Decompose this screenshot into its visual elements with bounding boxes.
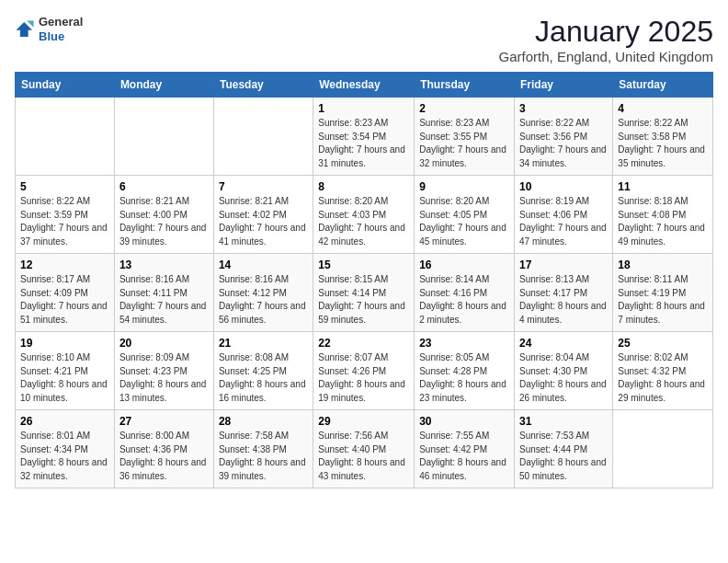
- month-title: January 2025: [499, 15, 713, 49]
- weekday-header-saturday: Saturday: [613, 73, 713, 98]
- calendar-week-3: 12Sunrise: 8:17 AMSunset: 4:09 PMDayligh…: [16, 254, 713, 332]
- day-info: Sunrise: 8:23 AMSunset: 3:55 PMDaylight:…: [419, 117, 509, 170]
- calendar-cell: 10Sunrise: 8:19 AMSunset: 4:06 PMDayligh…: [515, 176, 613, 254]
- day-info: Sunrise: 7:58 AMSunset: 4:38 PMDaylight:…: [219, 430, 308, 483]
- day-number: 14: [219, 259, 308, 271]
- weekday-header-row: SundayMondayTuesdayWednesdayThursdayFrid…: [16, 73, 713, 98]
- day-number: 23: [419, 337, 509, 350]
- day-info: Sunrise: 8:07 AMSunset: 4:26 PMDaylight:…: [318, 351, 409, 405]
- calendar-cell: 20Sunrise: 8:09 AMSunset: 4:23 PMDayligh…: [114, 332, 213, 410]
- calendar-cell: 2Sunrise: 8:23 AMSunset: 3:55 PMDaylight…: [415, 98, 515, 176]
- day-number: 12: [20, 259, 109, 271]
- day-number: 11: [618, 180, 708, 193]
- calendar-cell: [16, 98, 115, 176]
- day-info: Sunrise: 8:16 AMSunset: 4:12 PMDaylight:…: [219, 273, 308, 327]
- calendar-cell: 7Sunrise: 8:21 AMSunset: 4:02 PMDaylight…: [213, 176, 313, 254]
- day-number: 24: [519, 337, 608, 350]
- calendar-cell: 13Sunrise: 8:16 AMSunset: 4:11 PMDayligh…: [114, 254, 213, 332]
- day-number: 6: [119, 180, 209, 193]
- calendar-cell: 26Sunrise: 8:01 AMSunset: 4:34 PMDayligh…: [16, 410, 115, 488]
- weekday-header-tuesday: Tuesday: [213, 73, 313, 98]
- day-info: Sunrise: 7:55 AMSunset: 4:42 PMDaylight:…: [419, 430, 509, 483]
- day-number: 19: [20, 337, 109, 350]
- logo-blue: Blue: [39, 29, 83, 44]
- weekday-header-sunday: Sunday: [16, 73, 115, 98]
- day-info: Sunrise: 8:01 AMSunset: 4:34 PMDaylight:…: [20, 430, 109, 483]
- day-info: Sunrise: 8:19 AMSunset: 4:06 PMDaylight:…: [519, 195, 608, 248]
- day-number: 4: [618, 102, 708, 115]
- day-info: Sunrise: 8:10 AMSunset: 4:21 PMDaylight:…: [20, 351, 109, 405]
- day-number: 8: [318, 180, 409, 193]
- day-number: 15: [318, 259, 409, 271]
- day-info: Sunrise: 8:11 AMSunset: 4:19 PMDaylight:…: [618, 273, 708, 327]
- day-info: Sunrise: 8:17 AMSunset: 4:09 PMDaylight:…: [20, 273, 109, 327]
- calendar-cell: 31Sunrise: 7:53 AMSunset: 4:44 PMDayligh…: [515, 410, 613, 488]
- day-number: 31: [519, 415, 608, 428]
- day-info: Sunrise: 8:02 AMSunset: 4:32 PMDaylight:…: [618, 351, 708, 405]
- weekday-header-thursday: Thursday: [415, 73, 515, 98]
- calendar-cell: 19Sunrise: 8:10 AMSunset: 4:21 PMDayligh…: [16, 332, 115, 410]
- calendar-cell: 3Sunrise: 8:22 AMSunset: 3:56 PMDaylight…: [515, 98, 613, 176]
- day-info: Sunrise: 8:21 AMSunset: 4:02 PMDaylight:…: [219, 195, 308, 248]
- logo-general: General: [39, 15, 83, 29]
- day-info: Sunrise: 8:08 AMSunset: 4:25 PMDaylight:…: [219, 351, 308, 405]
- day-info: Sunrise: 8:22 AMSunset: 3:58 PMDaylight:…: [618, 117, 708, 170]
- calendar-cell: 16Sunrise: 8:14 AMSunset: 4:16 PMDayligh…: [415, 254, 515, 332]
- day-info: Sunrise: 8:00 AMSunset: 4:36 PMDaylight:…: [119, 430, 209, 483]
- page-header: General Blue January 2025 Garforth, Engl…: [15, 15, 713, 64]
- day-number: 25: [618, 337, 708, 350]
- day-number: 13: [119, 259, 209, 271]
- day-number: 16: [419, 259, 509, 271]
- calendar-cell: 22Sunrise: 8:07 AMSunset: 4:26 PMDayligh…: [313, 332, 415, 410]
- calendar-table: SundayMondayTuesdayWednesdayThursdayFrid…: [15, 72, 713, 488]
- calendar-cell: [613, 410, 713, 488]
- calendar-cell: 15Sunrise: 8:15 AMSunset: 4:14 PMDayligh…: [313, 254, 415, 332]
- calendar-cell: 27Sunrise: 8:00 AMSunset: 4:36 PMDayligh…: [114, 410, 213, 488]
- day-info: Sunrise: 8:13 AMSunset: 4:17 PMDaylight:…: [519, 273, 608, 327]
- day-info: Sunrise: 8:15 AMSunset: 4:14 PMDaylight:…: [318, 273, 409, 327]
- title-block: January 2025 Garforth, England, United K…: [499, 15, 713, 64]
- calendar-cell: 30Sunrise: 7:55 AMSunset: 4:42 PMDayligh…: [415, 410, 515, 488]
- day-info: Sunrise: 7:56 AMSunset: 4:40 PMDaylight:…: [318, 430, 409, 483]
- calendar-cell: 6Sunrise: 8:21 AMSunset: 4:00 PMDaylight…: [114, 176, 213, 254]
- calendar-cell: 11Sunrise: 8:18 AMSunset: 4:08 PMDayligh…: [613, 176, 713, 254]
- day-info: Sunrise: 8:04 AMSunset: 4:30 PMDaylight:…: [519, 351, 608, 405]
- calendar-cell: 21Sunrise: 8:08 AMSunset: 4:25 PMDayligh…: [213, 332, 313, 410]
- day-number: 22: [318, 337, 409, 350]
- calendar-cell: 28Sunrise: 7:58 AMSunset: 4:38 PMDayligh…: [213, 410, 313, 488]
- weekday-header-friday: Friday: [515, 73, 613, 98]
- logo: General Blue: [15, 15, 83, 43]
- day-number: 27: [119, 415, 209, 428]
- weekday-header-wednesday: Wednesday: [313, 73, 415, 98]
- calendar-cell: 29Sunrise: 7:56 AMSunset: 4:40 PMDayligh…: [313, 410, 415, 488]
- day-info: Sunrise: 8:20 AMSunset: 4:03 PMDaylight:…: [318, 195, 409, 248]
- calendar-cell: 18Sunrise: 8:11 AMSunset: 4:19 PMDayligh…: [613, 254, 713, 332]
- day-info: Sunrise: 7:53 AMSunset: 4:44 PMDaylight:…: [519, 430, 608, 483]
- calendar-week-2: 5Sunrise: 8:22 AMSunset: 3:59 PMDaylight…: [16, 176, 713, 254]
- calendar-cell: 9Sunrise: 8:20 AMSunset: 4:05 PMDaylight…: [415, 176, 515, 254]
- calendar-cell: [114, 98, 213, 176]
- day-info: Sunrise: 8:23 AMSunset: 3:54 PMDaylight:…: [318, 117, 409, 170]
- day-info: Sunrise: 8:22 AMSunset: 3:56 PMDaylight:…: [519, 117, 608, 170]
- svg-marker-0: [16, 22, 32, 37]
- calendar-cell: 5Sunrise: 8:22 AMSunset: 3:59 PMDaylight…: [16, 176, 115, 254]
- calendar-cell: 14Sunrise: 8:16 AMSunset: 4:12 PMDayligh…: [213, 254, 313, 332]
- day-number: 30: [419, 415, 509, 428]
- day-number: 7: [219, 180, 308, 193]
- day-number: 9: [419, 180, 509, 193]
- weekday-header-monday: Monday: [114, 73, 213, 98]
- logo-text: General Blue: [39, 15, 83, 43]
- logo-icon: [15, 19, 35, 40]
- day-number: 5: [20, 180, 109, 193]
- day-number: 26: [20, 415, 109, 428]
- day-info: Sunrise: 8:14 AMSunset: 4:16 PMDaylight:…: [419, 273, 509, 327]
- day-number: 1: [318, 102, 409, 115]
- day-info: Sunrise: 8:05 AMSunset: 4:28 PMDaylight:…: [419, 351, 509, 405]
- day-number: 2: [419, 102, 509, 115]
- day-info: Sunrise: 8:22 AMSunset: 3:59 PMDaylight:…: [20, 195, 109, 248]
- calendar-cell: 17Sunrise: 8:13 AMSunset: 4:17 PMDayligh…: [515, 254, 613, 332]
- day-number: 3: [519, 102, 608, 115]
- calendar-week-4: 19Sunrise: 8:10 AMSunset: 4:21 PMDayligh…: [16, 332, 713, 410]
- calendar-cell: 12Sunrise: 8:17 AMSunset: 4:09 PMDayligh…: [16, 254, 115, 332]
- day-number: 21: [219, 337, 308, 350]
